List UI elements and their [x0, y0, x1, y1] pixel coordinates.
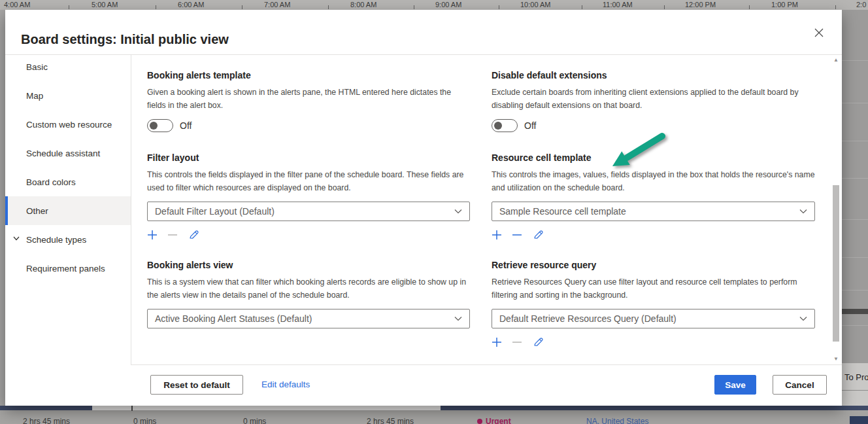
time-label: 4:00 AM	[4, 1, 30, 9]
time-label: 8:00 AM	[350, 1, 376, 9]
section-description: Given a booking alert is shown in the al…	[147, 86, 470, 113]
time-label: 1:00 PM	[771, 1, 798, 9]
edit-button[interactable]	[532, 229, 544, 241]
priority-badge: Urgent	[477, 417, 511, 424]
retrieve-resource-query-dropdown[interactable]: Default Retrieve Resources Query (Defaul…	[492, 309, 815, 328]
minus-icon	[167, 230, 178, 240]
sidebar-item-label: Schedule types	[26, 235, 86, 245]
section-disable-default-extensions: Disable default extensions Exclude certa…	[492, 70, 815, 132]
chevron-down-icon	[454, 316, 462, 321]
truncated-column-label: To Pro	[844, 372, 868, 382]
priority-label: Urgent	[486, 417, 511, 424]
sidebar-item-map[interactable]: Map	[5, 81, 131, 110]
plus-icon	[147, 230, 158, 240]
sidebar-item-requirement-panels[interactable]: Requirement panels	[5, 254, 131, 283]
sidebar-item-custom-web-resource[interactable]: Custom web resource	[5, 110, 131, 139]
section-retrieve-resource-query: Retrieve resource query Retrieve Resourc…	[492, 260, 815, 349]
toggle-state-label: Off	[524, 120, 536, 131]
sidebar-item-schedule-types[interactable]: Schedule types	[5, 225, 131, 254]
close-icon	[814, 28, 824, 37]
content-scrollbar[interactable]: ▲ ▼	[832, 55, 840, 364]
resource-cell-template-dropdown[interactable]: Sample Resource cell template	[492, 202, 815, 221]
timeline-tick	[69, 5, 69, 9]
sidebar-item-basic[interactable]: Basic	[5, 52, 131, 81]
timeline-ruler: 4:00 AM 5:00 AM 6:00 AM 7:00 AM 8:00 AM …	[0, 0, 868, 10]
footer-divider-line	[842, 390, 868, 391]
pencil-icon	[188, 229, 199, 241]
sidebar-item-label: Schedule assistant	[26, 149, 100, 158]
filter-layout-dropdown[interactable]: Default Filter Layout (Default)	[147, 202, 470, 221]
scroll-down-arrow-icon[interactable]: ▼	[832, 355, 840, 363]
section-heading: Disable default extensions	[492, 70, 815, 80]
section-heading: Booking alerts template	[147, 70, 470, 80]
chevron-down-icon	[13, 236, 20, 241]
add-button[interactable]	[492, 230, 502, 240]
section-heading: Filter layout	[147, 152, 470, 163]
timeline-tick	[749, 5, 750, 9]
dropdown-value: Default Filter Layout (Default)	[155, 206, 275, 217]
plus-icon	[492, 230, 502, 240]
pencil-icon	[532, 229, 544, 241]
section-filter-layout: Filter layout This controls the fields d…	[147, 152, 470, 241]
edit-defaults-link[interactable]: Edit defaults	[261, 380, 310, 389]
footer-divider	[131, 364, 842, 365]
sidebar-item-label: Map	[26, 91, 43, 101]
row-divider	[842, 141, 868, 141]
board-settings-dialog: Board settings: Initial public view Basi…	[5, 10, 842, 406]
booking-alerts-template-toggle[interactable]	[147, 119, 173, 132]
dialog-title: Board settings: Initial public view	[21, 32, 229, 47]
duration-total: 2 hrs 45 mins	[23, 417, 70, 424]
section-description: Retrieve Resources Query can use filter …	[492, 276, 815, 302]
gantt-bar	[441, 406, 868, 410]
dropdown-value: Sample Resource cell template	[499, 206, 626, 217]
time-label: 5:00 AM	[92, 1, 118, 9]
time-label: 7:00 AM	[264, 1, 290, 9]
timeline-tick	[242, 5, 242, 9]
sidebar-item-label: Requirement panels	[26, 264, 105, 274]
cancel-button[interactable]: Cancel	[773, 375, 827, 395]
section-resource-cell-template: Resource cell template This controls the…	[492, 152, 815, 241]
reset-to-default-button[interactable]: Reset to default	[150, 375, 243, 395]
toggle-knob	[150, 122, 158, 130]
scrollbar-thumb[interactable]	[833, 185, 839, 342]
gantt-bar	[850, 416, 868, 424]
section-heading: Booking alerts view	[147, 260, 470, 270]
section-heading: Resource cell template	[492, 152, 815, 163]
add-button[interactable]	[147, 230, 158, 240]
sidebar-item-other[interactable]: Other	[5, 196, 131, 225]
close-button[interactable]	[812, 26, 826, 40]
sidebar-item-board-colors[interactable]: Board colors	[5, 168, 131, 196]
disable-default-extensions-toggle[interactable]	[492, 119, 518, 132]
row-divider	[842, 178, 868, 179]
dropdown-value: Active Booking Alert Statuses (Default)	[155, 313, 312, 324]
add-button[interactable]	[492, 337, 502, 347]
save-button[interactable]: Save	[714, 375, 756, 395]
chevron-down-icon	[454, 209, 462, 214]
remove-button[interactable]	[512, 230, 522, 240]
row-divider	[842, 257, 868, 258]
sidebar-item-label: Board colors	[26, 177, 76, 187]
dropdown-value: Default Retrieve Resources Query (Defaul…	[499, 313, 676, 324]
section-booking-alerts-view: Booking alerts view This is a system vie…	[147, 260, 470, 328]
timeline-tick	[835, 5, 836, 9]
sidebar-item-schedule-assistant[interactable]: Schedule assistant	[5, 139, 131, 168]
section-description: This controls the fields displayed in th…	[147, 169, 470, 195]
remove-button	[167, 230, 178, 240]
edit-button[interactable]	[532, 336, 544, 348]
gantt-row	[92, 406, 441, 410]
pencil-icon	[532, 336, 544, 348]
time-label: 9:00 AM	[435, 1, 461, 9]
scroll-up-arrow-icon[interactable]: ▲	[832, 56, 840, 64]
gantt-bar	[842, 309, 868, 314]
timeline-tick	[414, 5, 414, 9]
row-divider	[842, 60, 868, 61]
sidebar-item-label: Basic	[26, 62, 48, 72]
timeline-tick	[664, 5, 665, 9]
priority-dot-icon	[477, 419, 482, 424]
section-booking-alerts-template: Booking alerts template Given a booking …	[147, 70, 470, 132]
edit-button[interactable]	[188, 229, 199, 241]
remove-button	[512, 337, 522, 347]
booking-alerts-view-dropdown[interactable]: Active Booking Alert Statuses (Default)	[147, 309, 470, 328]
gantt-bar	[0, 406, 92, 410]
section-heading: Retrieve resource query	[492, 260, 815, 270]
